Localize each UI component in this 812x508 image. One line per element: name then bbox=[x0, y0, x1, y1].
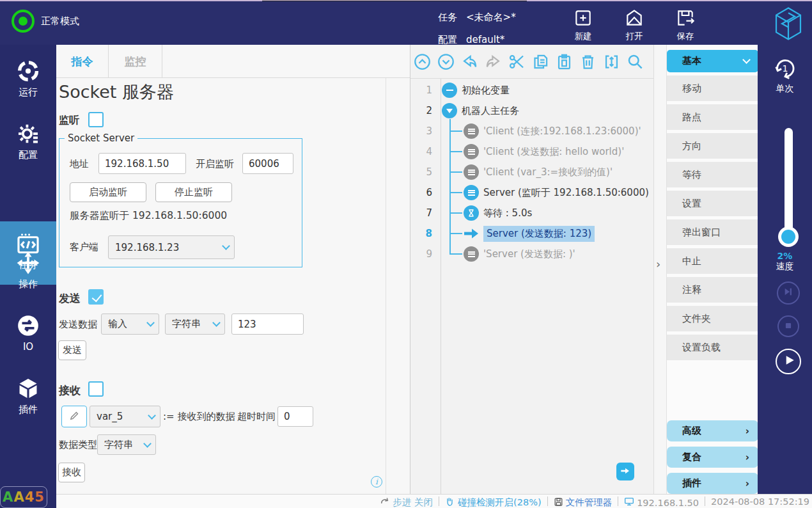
search-icon[interactable] bbox=[627, 53, 644, 73]
sidebar-plugin-label: 插件 bbox=[0, 404, 56, 416]
program-tree-panel: 1 初始化变量 2 机器人主任务 3 'Client (连接:192.168.1… bbox=[410, 45, 653, 494]
send-type-select[interactable]: 字符串 bbox=[165, 314, 225, 335]
expanded-node-icon[interactable] bbox=[442, 103, 457, 118]
speed-slider-handle[interactable] bbox=[778, 226, 799, 247]
disabled-step-icon[interactable] bbox=[464, 123, 479, 139]
speed-value: 2% bbox=[758, 251, 812, 261]
send-source-select[interactable]: 输入 bbox=[101, 314, 159, 335]
tree-row[interactable]: 5 'Client (var_3:=接收到的值)' bbox=[410, 162, 654, 182]
sidebar-item-operate[interactable]: 操作 bbox=[0, 251, 56, 290]
command-wait[interactable]: 等待 bbox=[667, 162, 758, 187]
command-popup[interactable]: 弹出窗口 bbox=[667, 219, 758, 245]
sidebar-item-config[interactable]: 配置 bbox=[0, 122, 56, 161]
cut-icon[interactable] bbox=[508, 53, 526, 73]
client-label: 客户端 bbox=[70, 241, 98, 253]
step-icon[interactable] bbox=[464, 185, 479, 200]
tree-row[interactable]: 4 'Client (发送数据: hello world)' bbox=[410, 141, 654, 162]
file-manager-link[interactable]: 文件管理器 bbox=[554, 496, 613, 508]
info-icon[interactable]: i bbox=[371, 476, 382, 488]
port-input[interactable] bbox=[242, 153, 293, 174]
tree-row[interactable]: 9 'Server (发送数据: )' bbox=[410, 244, 654, 264]
collapsed-node-icon[interactable] bbox=[442, 83, 457, 98]
status-separator bbox=[439, 496, 439, 506]
send-checkbox[interactable] bbox=[88, 289, 104, 305]
send-action-button[interactable]: 发送 bbox=[58, 340, 86, 360]
tab-instruction[interactable]: 指令 bbox=[56, 45, 109, 78]
basic-category-header[interactable]: 基本 bbox=[667, 50, 758, 72]
move-arrows-icon bbox=[0, 251, 56, 275]
expand-panel-icon[interactable]: › bbox=[656, 257, 660, 271]
command-move[interactable]: 移动 bbox=[667, 75, 758, 101]
step-forward-button[interactable] bbox=[616, 463, 634, 480]
tree-row-selected[interactable]: 8 Server (发送数据: 123) bbox=[410, 223, 654, 244]
new-button-label: 新建 bbox=[560, 31, 606, 42]
tree-row[interactable]: 3 'Client (连接:192.168.1.23:6000)' bbox=[410, 121, 654, 141]
step-mode-status[interactable]: 步进 关闭 bbox=[380, 496, 433, 508]
badge-char: 4 bbox=[25, 489, 35, 505]
receive-section-label: 接收 bbox=[59, 383, 81, 398]
copy-icon[interactable] bbox=[532, 53, 549, 73]
play-button[interactable] bbox=[776, 349, 801, 374]
start-listen-button[interactable]: 启动监听 bbox=[70, 182, 146, 202]
client-select[interactable]: 192.168.1.23 bbox=[108, 235, 235, 259]
run-control-bar: 1 单次 2% 速度 bbox=[758, 45, 812, 494]
receive-expression-text: := 接收到的数据 bbox=[163, 411, 235, 423]
tree-row[interactable]: 7 等待 : 5.0s bbox=[410, 203, 654, 223]
tree-row[interactable]: 2 机器人主任务 bbox=[410, 100, 654, 121]
command-abort[interactable]: 中止 bbox=[667, 248, 758, 274]
command-direction[interactable]: 方向 bbox=[667, 133, 758, 159]
receive-checkbox[interactable] bbox=[88, 381, 104, 397]
compound-category-header[interactable]: 复合› bbox=[667, 447, 758, 468]
sidebar-item-plugin[interactable]: 插件 bbox=[0, 376, 56, 416]
plugin-category-header[interactable]: 插件› bbox=[667, 473, 758, 494]
wait-hourglass-icon[interactable] bbox=[464, 205, 479, 221]
undo-icon[interactable] bbox=[461, 53, 478, 73]
command-palette: 基本 移动 路点 方向 等待 设置 弹出窗口 中止 注释 文件夹 设置负载 高级… bbox=[666, 45, 758, 494]
plugin-category-label: 插件 bbox=[682, 477, 701, 489]
command-folder[interactable]: 文件夹 bbox=[667, 306, 758, 331]
brand-logo bbox=[771, 5, 806, 45]
listen-checkbox[interactable] bbox=[88, 112, 104, 127]
redo-icon[interactable] bbox=[485, 53, 502, 73]
basic-category-label: 基本 bbox=[682, 55, 701, 67]
datatype-select[interactable]: 字符串 bbox=[97, 434, 156, 455]
skip-icon bbox=[783, 287, 793, 299]
sidebar-item-run[interactable]: 运行 bbox=[0, 59, 56, 99]
disabled-step-icon[interactable] bbox=[464, 164, 479, 180]
tree-row[interactable]: 1 初始化变量 bbox=[410, 80, 654, 100]
stop-listen-button[interactable]: 停止监听 bbox=[155, 182, 232, 202]
insert-icon[interactable] bbox=[603, 53, 620, 73]
step-run-button[interactable] bbox=[777, 282, 800, 305]
disabled-step-icon[interactable] bbox=[464, 144, 479, 159]
timeout-input[interactable] bbox=[277, 406, 313, 427]
save-button[interactable]: 保存 bbox=[662, 6, 708, 42]
open-button[interactable]: 打开 bbox=[611, 6, 657, 42]
address-input[interactable] bbox=[98, 153, 186, 174]
receive-variable-select[interactable]: var_5 bbox=[90, 406, 160, 427]
edit-variable-button[interactable] bbox=[61, 406, 87, 427]
command-waypoint[interactable]: 路点 bbox=[667, 104, 758, 130]
single-cycle-count: 1 bbox=[773, 56, 797, 81]
paste-icon[interactable] bbox=[556, 53, 573, 73]
tab-monitor[interactable]: 监控 bbox=[109, 45, 162, 78]
command-comment[interactable]: 注释 bbox=[667, 277, 758, 303]
receive-action-button[interactable]: 接收 bbox=[58, 463, 85, 482]
send-data-input[interactable] bbox=[231, 314, 304, 335]
disabled-step-icon[interactable] bbox=[464, 246, 479, 262]
editor-tabs: 指令 监控 bbox=[56, 45, 410, 78]
robot-name-badge[interactable]: AA45 bbox=[0, 486, 47, 508]
tree-row[interactable]: 6 Server (监听于 192.168.1.50:6000) bbox=[410, 182, 654, 203]
collision-status[interactable]: 碰撞检测开启(28%) bbox=[445, 496, 542, 508]
stop-button[interactable] bbox=[777, 315, 799, 337]
command-set[interactable]: 设置 bbox=[667, 191, 758, 216]
command-payload[interactable]: 设置负载 bbox=[667, 335, 758, 360]
sidebar-item-io[interactable]: IO bbox=[0, 314, 56, 353]
delete-icon[interactable] bbox=[579, 53, 597, 73]
collapse-all-icon[interactable] bbox=[414, 53, 431, 73]
advanced-category-header[interactable]: 高级› bbox=[667, 420, 758, 441]
speed-slider-track[interactable] bbox=[785, 128, 793, 242]
expand-all-icon[interactable] bbox=[437, 53, 455, 73]
clock-status: 2024-08-08 17:52:19 bbox=[711, 496, 809, 507]
chevron-down-icon bbox=[148, 411, 156, 420]
new-button[interactable]: 新建 bbox=[560, 6, 606, 42]
